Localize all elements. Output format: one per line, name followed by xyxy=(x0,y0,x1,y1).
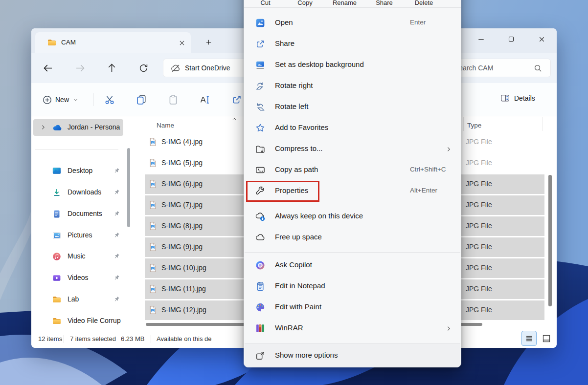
column-header-name[interactable]: Name xyxy=(157,122,174,129)
scissors-icon xyxy=(104,94,115,106)
details-label: Details xyxy=(514,94,535,102)
close-button[interactable] xyxy=(526,28,557,50)
chevron-right-icon xyxy=(445,145,453,153)
sidebar-item-pictures[interactable]: Pictures xyxy=(33,227,123,244)
documents-icon xyxy=(52,209,62,219)
menu-item-winrar[interactable]: WinRAR xyxy=(247,318,459,339)
jpg-file-icon xyxy=(148,284,158,294)
tab-title: CAM xyxy=(61,39,76,46)
jpg-file-icon xyxy=(148,221,158,231)
jpg-file-icon xyxy=(148,137,158,147)
back-icon xyxy=(43,63,54,74)
new-button[interactable]: New xyxy=(39,91,86,108)
menu-item-rotate-left[interactable]: Rotate left xyxy=(247,97,459,118)
sidebar-item-music[interactable]: Music xyxy=(33,248,123,265)
tab-close-button[interactable] xyxy=(176,37,188,49)
pin-icon xyxy=(113,210,121,218)
tab-cam[interactable]: CAM xyxy=(35,32,191,53)
menu-item-always-keep-on-device[interactable]: Always keep on this device xyxy=(247,206,459,227)
sidebar-item-videos[interactable]: Videos xyxy=(33,270,123,286)
details-view-button[interactable]: Details xyxy=(500,93,535,103)
window-controls xyxy=(466,28,557,52)
jpg-file-icon xyxy=(148,242,158,252)
maximize-button[interactable] xyxy=(496,28,526,50)
show-more-icon xyxy=(255,350,266,361)
pin-icon xyxy=(113,188,121,196)
close-icon xyxy=(178,39,186,47)
refresh-icon xyxy=(138,63,149,74)
menu-item-rotate-right[interactable]: Rotate right xyxy=(247,76,459,97)
toolbar-separator xyxy=(93,93,93,106)
sidebar-scrollbar[interactable] xyxy=(127,148,130,227)
star-icon xyxy=(255,123,266,133)
minimize-button[interactable] xyxy=(466,28,496,50)
rename-button[interactable] xyxy=(199,94,211,106)
menu-item-open[interactable]: Open Enter xyxy=(247,13,459,34)
chevron-right-icon xyxy=(39,123,47,131)
up-button[interactable] xyxy=(106,63,118,74)
cloud-icon xyxy=(255,232,266,243)
sort-ascending-icon xyxy=(230,115,238,123)
list-view-icon xyxy=(524,334,534,343)
sidebar-item-video-file[interactable]: Video File Corrup xyxy=(33,313,123,329)
paint-icon xyxy=(255,302,266,313)
chevron-down-icon xyxy=(72,96,79,104)
menu-item-show-more-options[interactable]: Show more options xyxy=(245,343,460,367)
search-icon xyxy=(533,64,543,73)
sidebar-item-downloads[interactable]: Downloads xyxy=(33,184,123,201)
quick-share-button[interactable]: Share xyxy=(364,0,404,7)
quick-copy-button[interactable]: Copy xyxy=(285,0,325,7)
column-header-type[interactable]: Type xyxy=(467,122,481,129)
vertical-scrollbar[interactable] xyxy=(548,175,552,306)
menu-item-set-desktop-background[interactable]: Set as desktop background xyxy=(247,55,459,76)
quick-cut-button[interactable]: Cut xyxy=(246,0,285,7)
rotate-left-icon xyxy=(255,102,266,112)
refresh-button[interactable] xyxy=(138,63,150,74)
jpg-file-icon xyxy=(148,263,158,273)
sidebar-item-desktop[interactable]: Desktop xyxy=(33,163,123,179)
share-icon xyxy=(255,39,266,49)
desktop-icon xyxy=(52,166,62,176)
list-view-button[interactable] xyxy=(521,331,537,346)
quick-actions-row: Cut Copy Rename Share Delete xyxy=(246,0,460,7)
new-tab-button[interactable] xyxy=(202,36,216,49)
cut-button[interactable] xyxy=(104,94,115,106)
videos-icon xyxy=(52,273,62,283)
search-box[interactable]: Search CAM xyxy=(449,59,551,77)
sidebar-item-documents[interactable]: Documents xyxy=(33,206,123,222)
copy-icon xyxy=(136,94,147,106)
copy-path-icon xyxy=(255,165,266,175)
minimize-icon xyxy=(476,35,486,44)
menu-item-add-to-favorites[interactable]: Add to Favorites xyxy=(247,118,459,139)
quick-rename-button[interactable]: Rename xyxy=(325,0,364,7)
menu-item-free-up-space[interactable]: Free up space xyxy=(247,227,459,248)
share-icon xyxy=(231,94,243,106)
menu-item-compress-to[interactable]: Compress to... xyxy=(247,139,459,160)
rename-icon xyxy=(199,94,211,106)
notepad-icon xyxy=(255,281,266,292)
menu-item-edit-with-paint[interactable]: Edit with Paint xyxy=(247,297,459,318)
maximize-icon xyxy=(507,35,516,43)
quick-delete-button[interactable]: Delete xyxy=(404,0,444,7)
plus-icon xyxy=(204,38,213,46)
status-selected: 7 items selected xyxy=(70,335,116,342)
jpg-file-icon xyxy=(148,200,158,210)
thumbnail-view-button[interactable] xyxy=(540,332,553,345)
details-icon xyxy=(500,93,510,103)
status-size: 6.23 MB xyxy=(121,335,144,342)
menu-item-edit-in-notepad[interactable]: Edit in Notepad xyxy=(247,276,459,297)
sidebar-item-lab[interactable]: Lab xyxy=(33,291,123,308)
rotate-right-icon xyxy=(255,81,266,91)
pictures-icon xyxy=(52,231,62,240)
menu-item-ask-copilot[interactable]: Ask Copilot xyxy=(247,255,459,276)
forward-button[interactable] xyxy=(74,63,86,74)
menu-item-copy-as-path[interactable]: Copy as path Ctrl+Shift+C xyxy=(247,160,459,181)
share-button[interactable] xyxy=(231,94,243,106)
back-button[interactable] xyxy=(43,63,54,74)
copy-button[interactable] xyxy=(136,94,147,106)
music-icon xyxy=(52,252,62,261)
paste-button[interactable] xyxy=(167,94,179,106)
status-availability: Available on this de xyxy=(157,335,212,342)
sidebar-item-onedrive[interactable]: Jordan - Persona xyxy=(33,119,123,136)
menu-item-share[interactable]: Share xyxy=(247,34,459,55)
